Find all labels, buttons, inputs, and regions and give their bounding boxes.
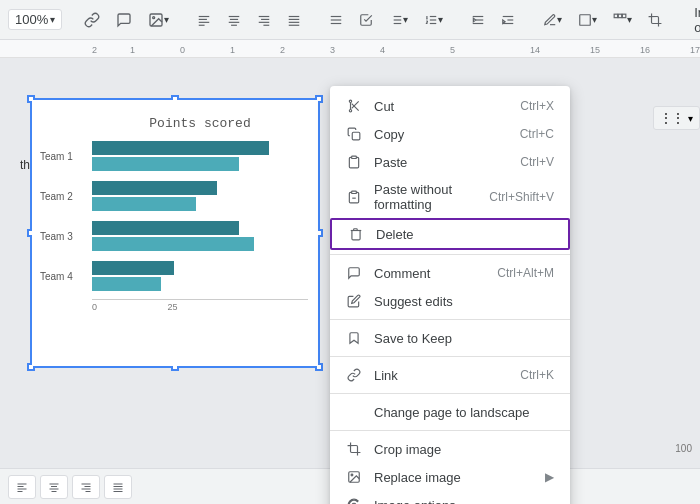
bar-dark-team1 xyxy=(92,141,269,155)
svg-rect-60 xyxy=(82,488,91,489)
delete-icon xyxy=(348,226,364,242)
image-options-icon xyxy=(346,497,362,504)
svg-rect-12 xyxy=(259,21,270,22)
menu-link-label: Link xyxy=(374,368,398,383)
menu-item-link[interactable]: Link Ctrl+K xyxy=(330,361,570,389)
ruler-mark: 17 xyxy=(690,45,700,55)
menu-item-replace-image[interactable]: Replace image ▶ xyxy=(330,463,570,491)
zoom-value: 100% xyxy=(15,12,48,27)
menu-sep-3 xyxy=(330,356,570,357)
svg-rect-14 xyxy=(289,15,300,16)
toolbar-image-btn[interactable]: ▾ xyxy=(142,8,175,32)
toolbar-numbered-list[interactable]: ▾ xyxy=(418,9,449,31)
menu-item-cut[interactable]: Cut Ctrl+X xyxy=(330,92,570,120)
cut-icon xyxy=(346,98,362,114)
menu-copy-shortcut: Ctrl+C xyxy=(520,127,554,141)
toolbar-crop[interactable] xyxy=(642,9,668,31)
svg-rect-37 xyxy=(614,14,618,17)
menu-item-delete[interactable]: Delete xyxy=(330,218,570,250)
chart-x-axis: 0 25 xyxy=(92,299,308,300)
svg-rect-7 xyxy=(230,18,238,19)
bar-dark-team2 xyxy=(92,181,217,195)
menu-item-paste[interactable]: Paste Ctrl+V xyxy=(330,148,570,176)
bar-group-team3 xyxy=(92,221,308,251)
bottom-align-center[interactable] xyxy=(40,475,68,499)
menu-sep-2 xyxy=(330,319,570,320)
svg-rect-9 xyxy=(231,24,237,25)
svg-rect-3 xyxy=(199,18,207,19)
copy-icon xyxy=(346,126,362,142)
content-area: the Points scored Team 1 xyxy=(0,58,700,502)
doc-option-dropdown[interactable]: ⋮⋮ ▾ xyxy=(653,106,700,130)
axis-label-0: 0 xyxy=(92,302,97,312)
svg-rect-4 xyxy=(199,21,210,22)
toolbar-more[interactable]: ▾ xyxy=(607,9,638,31)
menu-item-save-keep[interactable]: Save to Keep xyxy=(330,324,570,352)
toolbar-decrease-indent[interactable] xyxy=(465,9,491,31)
bar-row-team3: Team 3 xyxy=(92,221,308,251)
menu-item-crop[interactable]: Crop image xyxy=(330,435,570,463)
chart-container[interactable]: Points scored Team 1 Team 2 xyxy=(30,98,320,368)
ruler-mark: 15 xyxy=(590,45,600,55)
toolbar-align-left[interactable] xyxy=(191,9,217,31)
more-dropdown[interactable]: ▾ xyxy=(627,14,632,25)
list-dropdown[interactable]: ▾ xyxy=(403,14,408,25)
svg-rect-15 xyxy=(289,18,300,19)
border-dropdown[interactable]: ▾ xyxy=(592,14,597,25)
ruler-mark: 5 xyxy=(450,45,455,55)
ruler-mark: 0 xyxy=(180,45,185,55)
zoom-dropdown-icon[interactable]: ▾ xyxy=(50,14,55,25)
zoom-control[interactable]: 100% ▾ xyxy=(8,9,62,30)
menu-change-page-label: Change page to landscape xyxy=(374,405,529,420)
toolbar-border[interactable]: ▾ xyxy=(572,9,603,31)
bar-label-team4: Team 4 xyxy=(40,271,73,282)
bottom-align-right[interactable] xyxy=(72,475,100,499)
svg-rect-38 xyxy=(619,14,623,17)
save-keep-icon xyxy=(346,330,362,346)
ruler-mark: 1 xyxy=(130,45,135,55)
main-toolbar: 100% ▾ ▾ ▾ ▾ xyxy=(0,0,700,40)
bar-label-team3: Team 3 xyxy=(40,231,73,242)
svg-rect-6 xyxy=(229,15,240,16)
menu-comment-shortcut: Ctrl+Alt+M xyxy=(497,266,554,280)
menu-item-copy[interactable]: Copy Ctrl+C xyxy=(330,120,570,148)
option-icon: ⋮⋮ xyxy=(660,111,684,125)
menu-item-comment[interactable]: Comment Ctrl+Alt+M xyxy=(330,259,570,287)
ruler-mark: 2 xyxy=(280,45,285,55)
page-number: 100 xyxy=(675,443,692,454)
toolbar-checklist[interactable] xyxy=(353,9,379,31)
toolbar-comment-btn[interactable] xyxy=(110,8,138,32)
image-options-btn[interactable]: Image options xyxy=(684,1,700,39)
menu-image-options-label: Image options xyxy=(374,498,456,505)
bottom-align-left[interactable] xyxy=(8,475,36,499)
menu-replace-image-label: Replace image xyxy=(374,470,461,485)
toolbar-align-center[interactable] xyxy=(221,9,247,31)
toolbar-align-right[interactable] xyxy=(251,9,277,31)
image-dropdown-icon[interactable]: ▾ xyxy=(164,14,169,25)
svg-rect-62 xyxy=(114,483,123,484)
bar-dark-team3 xyxy=(92,221,239,235)
dropdown-arrow[interactable]: ▾ xyxy=(688,113,693,124)
bottom-justify[interactable] xyxy=(104,475,132,499)
toolbar-increase-indent[interactable] xyxy=(495,9,521,31)
ruler-marks: 2 1 0 1 2 3 4 5 14 15 16 17 xyxy=(80,40,700,57)
svg-rect-56 xyxy=(50,488,59,489)
menu-item-suggest[interactable]: Suggest edits xyxy=(330,287,570,315)
menu-delete-label: Delete xyxy=(376,227,414,242)
menu-save-keep-label: Save to Keep xyxy=(374,331,452,346)
svg-rect-8 xyxy=(229,21,240,22)
toolbar-line-spacing[interactable] xyxy=(323,9,349,31)
bar-label-team2: Team 2 xyxy=(40,191,73,202)
menu-item-image-options[interactable]: Image options xyxy=(330,491,570,504)
toolbar-highlight[interactable]: ▾ xyxy=(537,9,568,31)
menu-sep-1 xyxy=(330,254,570,255)
menu-item-change-page[interactable]: Change page to landscape xyxy=(330,398,570,426)
toolbar-justify[interactable] xyxy=(281,9,307,31)
menu-item-paste-noformat[interactable]: Paste without formatting Ctrl+Shift+V xyxy=(330,176,570,218)
numbered-list-dropdown[interactable]: ▾ xyxy=(438,14,443,25)
svg-rect-43 xyxy=(352,132,360,140)
toolbar-list[interactable]: ▾ xyxy=(383,9,414,31)
ruler-mark: 2 xyxy=(92,45,97,55)
toolbar-link-btn[interactable] xyxy=(78,8,106,32)
highlight-dropdown[interactable]: ▾ xyxy=(557,14,562,25)
